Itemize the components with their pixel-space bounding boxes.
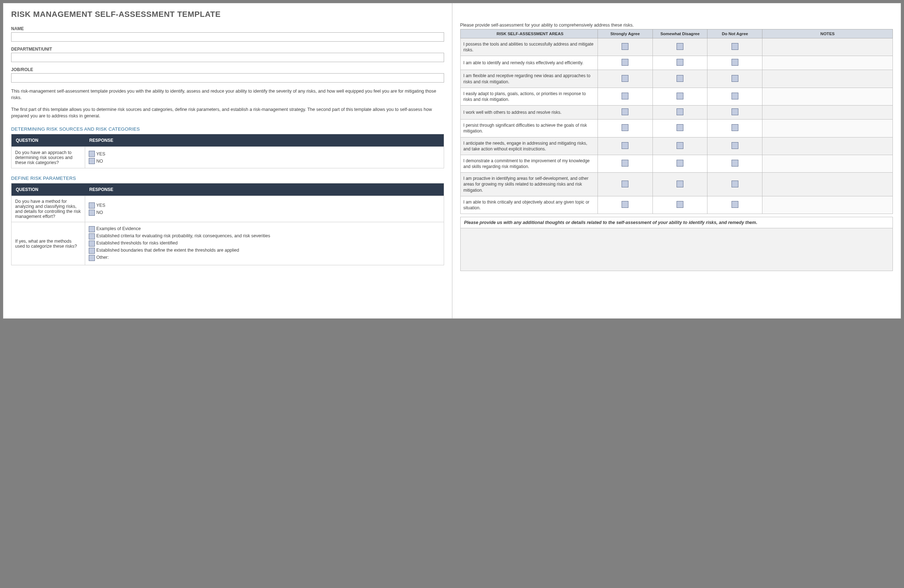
assess-area-text: I am able to think critically and object… (460, 196, 597, 214)
s2q2-opt4-checkbox[interactable] (89, 255, 95, 261)
assess-checkbox[interactable] (732, 93, 738, 99)
assess-notes-cell[interactable] (762, 196, 893, 214)
col2-header: Somewhat Disagree (653, 30, 708, 38)
s2q2-opt0-checkbox[interactable] (89, 226, 95, 232)
dept-label: DEPARTMENT/UNIT (11, 47, 444, 52)
assess-row: I am able to identify and remedy risks e… (460, 56, 893, 70)
assess-checkbox[interactable] (732, 75, 738, 82)
assess-notes-cell[interactable] (762, 38, 893, 56)
assess-checkbox[interactable] (621, 181, 628, 188)
assess-checkbox[interactable] (621, 43, 628, 50)
s2q2-opt-label: Examples of Evidence (96, 226, 141, 231)
assess-checkbox[interactable] (621, 160, 628, 167)
section1-table: QUESTION RESPONSE Do you have an approac… (11, 134, 444, 169)
no-label: NO (96, 159, 103, 164)
assess-notes-cell[interactable] (762, 88, 893, 105)
assess-checkbox[interactable] (676, 59, 683, 66)
assess-row: I easily adapt to plans, goals, actions,… (460, 88, 893, 105)
s1-no-checkbox[interactable] (89, 158, 95, 164)
s1-question: Do you have an approach to determining r… (11, 147, 85, 169)
right-intro: Please provide self-assessment for your … (460, 23, 893, 28)
assess-notes-cell[interactable] (762, 106, 893, 120)
assess-checkbox[interactable] (732, 43, 738, 50)
assess-area-text: I am able to identify and remedy risks e… (460, 56, 597, 70)
assess-notes-cell[interactable] (762, 56, 893, 70)
assess-row: I work well with others to address and r… (460, 106, 893, 120)
assess-row: I anticipate the needs, engage in addres… (460, 137, 893, 155)
right-column: Please provide self-assessment for your … (452, 3, 901, 318)
assess-area-text: I am proactive in identifying areas for … (460, 173, 597, 196)
additional-thoughts-input[interactable] (460, 228, 893, 271)
assess-notes-cell[interactable] (762, 120, 893, 137)
assess-notes-cell[interactable] (762, 155, 893, 172)
assess-checkbox[interactable] (621, 109, 628, 115)
dept-input[interactable] (11, 53, 444, 62)
assess-area-text: I persist through significant difficulti… (460, 120, 597, 137)
assess-checkbox[interactable] (621, 142, 628, 149)
s1-yes-checkbox[interactable] (89, 151, 95, 157)
yes-label: YES (96, 203, 105, 208)
footer-note: Please provide us with any additional th… (460, 217, 893, 228)
assess-checkbox[interactable] (732, 201, 738, 208)
assess-row: I persist through significant difficulti… (460, 120, 893, 137)
assess-checkbox[interactable] (676, 160, 683, 167)
assess-checkbox[interactable] (676, 124, 683, 131)
assess-row: I am proactive in identifying areas for … (460, 173, 893, 196)
assess-checkbox[interactable] (621, 201, 628, 208)
intro-paragraph-2: The first part of this template allows y… (11, 107, 444, 119)
name-input[interactable] (11, 32, 444, 42)
s2q1-yes-checkbox[interactable] (89, 202, 95, 208)
response-header: RESPONSE (85, 183, 444, 196)
assess-checkbox[interactable] (621, 75, 628, 82)
assess-checkbox[interactable] (676, 75, 683, 82)
s2-q2: If yes, what are the methods used to cat… (11, 222, 85, 265)
s2q2-opt2-checkbox[interactable] (89, 241, 95, 247)
assess-notes-cell[interactable] (762, 70, 893, 88)
assess-checkbox[interactable] (621, 93, 628, 99)
s2q2-opt-label: Established boundaries that define the e… (96, 248, 239, 253)
assess-checkbox[interactable] (676, 201, 683, 208)
assess-notes-cell[interactable] (762, 173, 893, 196)
no-label: NO (96, 210, 103, 215)
assess-checkbox[interactable] (676, 43, 683, 50)
notes-header: NOTES (762, 30, 893, 38)
assess-checkbox[interactable] (732, 181, 738, 188)
assess-notes-cell[interactable] (762, 137, 893, 155)
s2q2-opt-label: Established thresholds for risks identif… (96, 241, 178, 246)
document-page: RISK MANAGEMENT SELF-ASSESSMENT TEMPLATE… (3, 3, 901, 319)
assess-checkbox[interactable] (732, 59, 738, 66)
question-header: QUESTION (11, 134, 85, 147)
assess-checkbox[interactable] (676, 142, 683, 149)
assess-area-text: I am flexible and receptive regarding ne… (460, 70, 597, 88)
area-header: RISK SELF-ASSESSMENT AREAS (460, 30, 597, 38)
assess-row: I am able to think critically and object… (460, 196, 893, 214)
assess-checkbox[interactable] (732, 160, 738, 167)
section2-heading: DEFINE RISK PARAMETERS (11, 175, 444, 181)
assess-area-text: I possess the tools and abilities to suc… (460, 38, 597, 56)
assess-row: I am flexible and receptive regarding ne… (460, 70, 893, 88)
assess-checkbox[interactable] (732, 142, 738, 149)
assess-checkbox[interactable] (621, 124, 628, 131)
assess-checkbox[interactable] (676, 109, 683, 115)
assess-area-text: I anticipate the needs, engage in addres… (460, 137, 597, 155)
s2q2-opt3-checkbox[interactable] (89, 248, 95, 254)
s2-q2-response: Examples of EvidenceEstablished criteria… (85, 222, 444, 265)
left-column: RISK MANAGEMENT SELF-ASSESSMENT TEMPLATE… (3, 3, 452, 318)
job-label: JOB/ROLE (11, 67, 444, 72)
assess-checkbox[interactable] (732, 124, 738, 131)
intro-paragraph-1: This risk-management self-assessment tem… (11, 88, 444, 101)
job-input[interactable] (11, 73, 444, 83)
assess-row: I possess the tools and abilities to suc… (460, 38, 893, 56)
assess-row: I demonstrate a commitment to the improv… (460, 155, 893, 172)
assess-checkbox[interactable] (676, 181, 683, 188)
assess-checkbox[interactable] (732, 109, 738, 115)
assess-checkbox[interactable] (676, 93, 683, 99)
s2q2-opt1-checkbox[interactable] (89, 233, 95, 240)
assess-checkbox[interactable] (621, 59, 628, 66)
response-header: RESPONSE (85, 134, 444, 147)
assess-area-text: I demonstrate a commitment to the improv… (460, 155, 597, 172)
section1-heading: DETERMINING RISK SOURCES AND RISK CATEGO… (11, 126, 444, 132)
s2q2-opt-label: Other: (96, 255, 109, 260)
s2q1-no-checkbox[interactable] (89, 210, 95, 216)
assessment-table: RISK SELF-ASSESSMENT AREAS Strongly Agre… (460, 29, 893, 214)
